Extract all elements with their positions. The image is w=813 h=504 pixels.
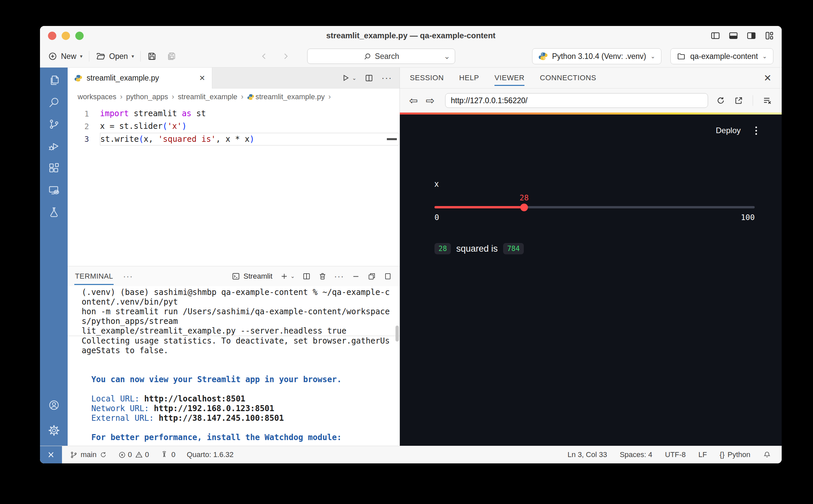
maximize-panel-icon[interactable]: [384, 272, 392, 281]
terminal-lines: (.venv) (base) sashimi@shmbp qa-example-…: [68, 288, 400, 446]
reload-icon[interactable]: [716, 96, 725, 105]
cursor-position-status[interactable]: Ln 3, Col 33: [567, 450, 607, 459]
editor-tab-bar: streamlit_example.py ✕ ⌄ ···: [68, 68, 400, 89]
save-all-icon[interactable]: [166, 51, 177, 62]
minimize-panel-icon[interactable]: [352, 272, 360, 281]
breadcrumb-item[interactable]: streamlit_example: [178, 93, 238, 101]
code-editor[interactable]: 1import streamlit as st2x = st.slider('x…: [68, 105, 400, 266]
activity-bar: [40, 68, 68, 446]
terminal-more-actions-icon[interactable]: ···: [334, 272, 344, 281]
slider-thumb[interactable]: [520, 203, 528, 211]
history-forward-icon[interactable]: [281, 52, 290, 61]
terminal-scrollbar[interactable]: [396, 326, 399, 342]
customize-layout-icon[interactable]: [764, 31, 774, 41]
git-branch-status[interactable]: main: [70, 450, 107, 459]
terminal-line: ontent/.venv/bin/pyt: [68, 297, 400, 307]
split-terminal-icon[interactable]: [302, 272, 311, 281]
panel-tab-session[interactable]: SESSION: [410, 68, 444, 88]
terminal-output[interactable]: (.venv) (base) sashimi@shmbp qa-example-…: [68, 286, 400, 446]
panel-tabs: SESSIONHELPVIEWERCONNECTIONS✕: [400, 68, 782, 89]
zoom-window-button[interactable]: [75, 32, 84, 40]
editor-more-actions-icon[interactable]: ···: [382, 73, 392, 83]
line-content: st.write(x, 'squared is', x * x): [100, 133, 399, 145]
streamlit-menu-icon[interactable]: [755, 126, 757, 135]
window-title: streamlit_example.py — qa-example-conten…: [40, 31, 782, 40]
split-editor-icon[interactable]: [365, 74, 374, 83]
interpreter-selector[interactable]: Python 3.10.4 (Venv: .venv) ⌄: [532, 48, 662, 64]
chevron-down-icon[interactable]: ⌄: [352, 75, 357, 81]
close-tab-icon[interactable]: ✕: [199, 74, 205, 83]
breadcrumb-item[interactable]: python_apps: [126, 93, 168, 101]
encoding-status[interactable]: UTF-8: [665, 450, 686, 459]
close-window-button[interactable]: [48, 32, 56, 40]
chevron-down-icon[interactable]: ⌄: [291, 273, 295, 279]
problems-status[interactable]: 0 0: [118, 450, 149, 459]
panel-tab-help[interactable]: HELP: [459, 68, 479, 88]
activity-bar-item-search[interactable]: [48, 96, 60, 108]
clear-viewer-icon[interactable]: [762, 96, 772, 106]
quarto-status[interactable]: Quarto: 1.6.32: [186, 450, 234, 459]
ports-status[interactable]: 0: [160, 450, 175, 459]
url-input[interactable]: http://127.0.0.1:56220/: [445, 93, 708, 108]
minimize-window-button[interactable]: [62, 32, 70, 40]
run-file-button[interactable]: ⌄: [341, 73, 357, 83]
terminal-line: [68, 365, 400, 375]
panel-tab-connections[interactable]: CONNECTIONS: [540, 68, 596, 88]
panel-more-tabs-icon[interactable]: ···: [123, 272, 133, 281]
activity-bar-item-remote-explorer[interactable]: [48, 184, 60, 196]
explorer-icon: [48, 74, 60, 86]
toggle-secondary-sidebar-icon[interactable]: [746, 31, 756, 41]
notifications-bell-icon[interactable]: [763, 451, 771, 459]
toggle-primary-sidebar-icon[interactable]: [710, 31, 720, 41]
tab-terminal[interactable]: TERMINAL: [75, 272, 113, 281]
language-mode-status[interactable]: {} Python: [720, 450, 750, 459]
eol-status[interactable]: LF: [698, 450, 707, 459]
viewer-forward-icon[interactable]: ⇨: [426, 96, 434, 106]
chevron-down-icon[interactable]: ⌄: [444, 52, 450, 61]
activity-bar-item-account[interactable]: [48, 399, 60, 411]
line-number: 2: [68, 120, 89, 133]
workspace-selector[interactable]: qa-example-content ⌄: [671, 48, 773, 64]
activity-bar-item-extensions[interactable]: [48, 162, 60, 174]
activity-bar-item-source-control[interactable]: [48, 118, 60, 130]
deploy-button[interactable]: Deploy: [716, 126, 741, 135]
panel-tab-viewer[interactable]: VIEWER: [494, 68, 524, 88]
folder-icon: [677, 52, 686, 61]
save-icon[interactable]: [147, 51, 157, 61]
new-button[interactable]: New▾: [48, 52, 83, 61]
play-icon: [341, 73, 350, 83]
close-panel-icon[interactable]: ✕: [764, 68, 772, 88]
broadcast-tower-icon: [160, 451, 168, 459]
activity-bar-item-run-debug[interactable]: [48, 140, 60, 152]
open-button[interactable]: Open▾: [96, 51, 134, 61]
extensions-icon: [48, 162, 60, 174]
search-input[interactable]: Search ⌄: [307, 49, 455, 64]
breadcrumb-item[interactable]: workspaces: [78, 93, 116, 101]
indentation-status[interactable]: Spaces: 4: [620, 450, 653, 459]
restore-panel-icon[interactable]: [368, 272, 376, 281]
remote-indicator[interactable]: [40, 446, 62, 463]
breadcrumb-item[interactable]: streamlit_example.py: [247, 93, 325, 101]
new-terminal-button[interactable]: ⌄: [280, 272, 295, 281]
history-back-icon[interactable]: [260, 52, 269, 61]
viewer-back-icon[interactable]: ⇦: [409, 96, 418, 106]
kill-terminal-icon[interactable]: [318, 272, 327, 281]
toggle-panel-icon[interactable]: [728, 31, 738, 41]
code-line[interactable]: 1import streamlit as st: [68, 108, 400, 120]
code-line[interactable]: 3st.write(x, 'squared is', x * x): [68, 133, 400, 145]
code-line[interactable]: 2x = st.slider('x'): [68, 120, 400, 133]
overview-ruler-marker: [387, 138, 397, 140]
slider-track[interactable]: [434, 206, 755, 208]
tab-streamlit-example[interactable]: streamlit_example.py ✕: [68, 68, 212, 89]
activity-bar-item-testing[interactable]: [48, 206, 60, 218]
line-number: 1: [68, 108, 89, 120]
terminal-session[interactable]: Streamlit: [232, 272, 273, 281]
slider-min: 0: [434, 213, 439, 222]
line-number: 3: [68, 133, 89, 145]
write-output: 28 squared is 784: [434, 243, 755, 254]
terminal-line: [68, 356, 400, 365]
open-external-icon[interactable]: [734, 96, 743, 105]
activity-bar-item-settings[interactable]: [48, 424, 60, 436]
activity-bar-item-explorer[interactable]: [48, 74, 60, 86]
tab-label: streamlit_example.py: [87, 74, 159, 83]
